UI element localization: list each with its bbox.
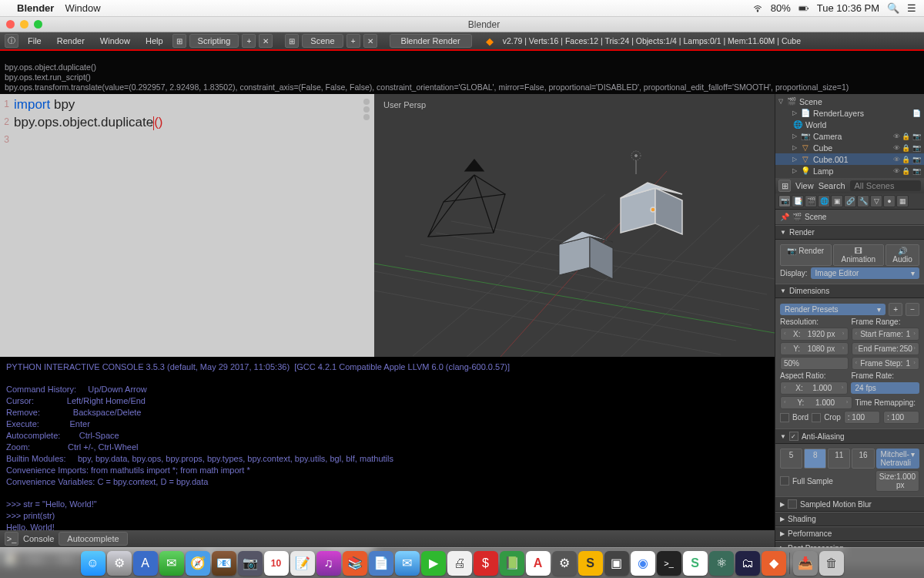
dock-chrome[interactable]: ◉ [631,551,655,576]
dock-downloads[interactable]: 📥 [793,551,818,576]
dock-safari[interactable]: 🧭 [186,551,210,576]
info-editor-icon[interactable]: ⓘ [5,34,18,48]
file-menu[interactable]: File [22,35,48,47]
end-frame-field[interactable]: ‹End Frame:250› [852,342,920,355]
dock-trash[interactable]: 🗑 [819,551,844,576]
dock-mail[interactable]: ✉ [395,551,420,576]
res-y-field[interactable]: ‹Y:1080 px› [780,342,849,355]
help-menu[interactable]: Help [139,35,169,47]
render-presets-dropdown[interactable]: Render Presets▾ [780,304,886,315]
cube-object [559,231,613,279]
dock-facetime[interactable]: ▶ [421,551,446,576]
outliner-cube001[interactable]: Cube.001 [813,155,849,164]
scene-tab-icon[interactable]: 🎬 [805,195,817,207]
world-tab-icon[interactable]: 🌐 [818,195,830,207]
layout-add-icon[interactable]: + [242,34,256,48]
outliner-cube[interactable]: Cube [813,143,832,153]
outliner-mode-dropdown[interactable]: All Scenes [850,180,921,191]
outliner-camera[interactable]: Camera [813,132,842,141]
dock-calendar[interactable]: 10 [264,551,289,576]
console-type-icon[interactable]: >_ [5,532,18,546]
dock-atom[interactable]: ⚛ [709,551,734,576]
animation-button[interactable]: 🎞 Animation [833,244,885,266]
dock-ibooks[interactable]: 📚 [343,551,367,576]
outliner-view-menu[interactable]: View [795,181,814,190]
dock-comics[interactable]: $ [474,551,498,576]
outliner-scene[interactable]: Scene [799,97,822,106]
dock-notes[interactable]: 📝 [290,551,315,576]
outliner[interactable]: ▽🎬Scene ▷📄RenderLayers📄 🌐World ▷📷Camera👁… [775,94,924,178]
audio-button[interactable]: 🔊 Audio [886,244,919,266]
dock-app-s2[interactable]: S [683,551,708,576]
dock-appstore[interactable]: A [133,551,158,576]
aa-filter-dropdown[interactable]: Mitchell-Netravali▾ [876,449,919,469]
scene-browse-icon[interactable]: ⊞ [285,34,299,48]
scene-add-icon[interactable]: + [346,34,360,48]
dock-app-a[interactable]: A [526,551,551,576]
dock-contacts[interactable]: 📧 [212,551,236,576]
menu-icon[interactable]: ☰ [907,2,916,14]
outliner-lamp[interactable]: Lamp [813,166,833,176]
window-menu[interactable]: Window [65,2,100,14]
aspect-y-field[interactable]: ‹Y:1.000› [780,396,852,409]
dock-app-folder[interactable]: 🗂 [735,551,760,576]
render-menu[interactable]: Render [51,35,91,47]
texture-tab-icon[interactable]: ▦ [896,195,909,207]
layout-browse-icon[interactable]: ⊞ [172,34,186,48]
python-console[interactable]: PYTHON INTERACTIVE CONSOLE 3.5.3 (defaul… [0,357,775,530]
dimensions-panel-title[interactable]: Dimensions [789,287,829,295]
outliner-type-icon[interactable]: ⊞ [778,180,791,192]
scene-dropdown[interactable]: Scene [302,34,343,48]
data-tab-icon[interactable]: ▽ [870,195,882,207]
window-menu-bl[interactable]: Window [94,35,136,47]
properties-panel[interactable]: 📷 📑 🎬 🌐 ▣ 🔗 🔧 ▽ ● ▦ 📌🎬Scene ▼Render 📷 Re… [775,193,924,567]
dock-preview[interactable]: 🖨 [447,551,472,576]
traffic-lights[interactable] [6,20,42,29]
material-tab-icon[interactable]: ● [883,195,896,207]
console-menu[interactable]: Console [23,534,54,543]
scene-remove-icon[interactable]: ✕ [363,34,377,48]
outliner-renderlayers[interactable]: RenderLayers [813,109,864,118]
outliner-header: ⊞ View Search All Scenes [775,178,924,193]
aspect-x-field[interactable]: ‹X:1.000› [780,381,848,395]
dock-settings[interactable]: ⚙ [107,551,132,576]
layout-remove-icon[interactable]: ✕ [259,34,273,48]
dock-finder[interactable]: ☺ [81,551,105,576]
render-button[interactable]: 📷 Render [780,244,832,266]
dock-terminal[interactable]: >_ [657,551,681,576]
dock-messages[interactable]: ✉ [159,551,184,576]
dock-app-sq[interactable]: ▣ [604,551,629,576]
svg-rect-3 [808,7,808,8]
res-pct-field[interactable]: 50% [780,357,849,370]
wifi-icon[interactable] [752,3,763,14]
svg-point-31 [635,155,638,157]
app-menu[interactable]: Blender [17,2,54,14]
constraints-tab-icon[interactable]: 🔗 [844,195,856,207]
outliner-world[interactable]: World [805,120,826,129]
dock-sublime[interactable]: S [578,551,603,576]
res-x-field[interactable]: ‹X:1920 px› [780,328,849,341]
outliner-search-menu[interactable]: Search [819,181,845,190]
dock-blender[interactable]: ◆ [762,551,786,576]
dock-pages[interactable]: 📄 [369,551,393,576]
object-tab-icon[interactable]: ▣ [831,195,843,207]
render-tab-icon[interactable]: 📷 [778,195,791,207]
dock-photos[interactable]: 📷 [238,551,263,576]
render-engine-dropdown[interactable]: Blender Render [390,34,472,48]
layers-tab-icon[interactable]: 📑 [792,195,804,207]
svg-point-0 [757,10,758,11]
clock[interactable]: Tue 10:36 PM [817,2,879,14]
spotlight-icon[interactable]: 🔍 [887,2,899,14]
autocomplete-button[interactable]: Autocomplete [59,532,127,546]
start-frame-field[interactable]: ‹Start Frame:1› [852,328,920,341]
dock-itunes[interactable]: ♫ [316,551,341,576]
dock-excel[interactable]: 📗 [500,551,524,576]
layout-dropdown[interactable]: Scripting [189,34,239,48]
display-dropdown[interactable]: Image Editor▾ [811,267,919,279]
render-panel-title[interactable]: Render [789,228,815,237]
aa-panel-title[interactable]: Anti-Aliasing [802,432,845,441]
frame-step-field[interactable]: ‹Frame Step:1› [852,357,920,370]
fps-dropdown[interactable]: 24 fps [851,382,920,394]
modifiers-tab-icon[interactable]: 🔧 [857,195,869,207]
dock-app-gear[interactable]: ⚙ [552,551,577,576]
